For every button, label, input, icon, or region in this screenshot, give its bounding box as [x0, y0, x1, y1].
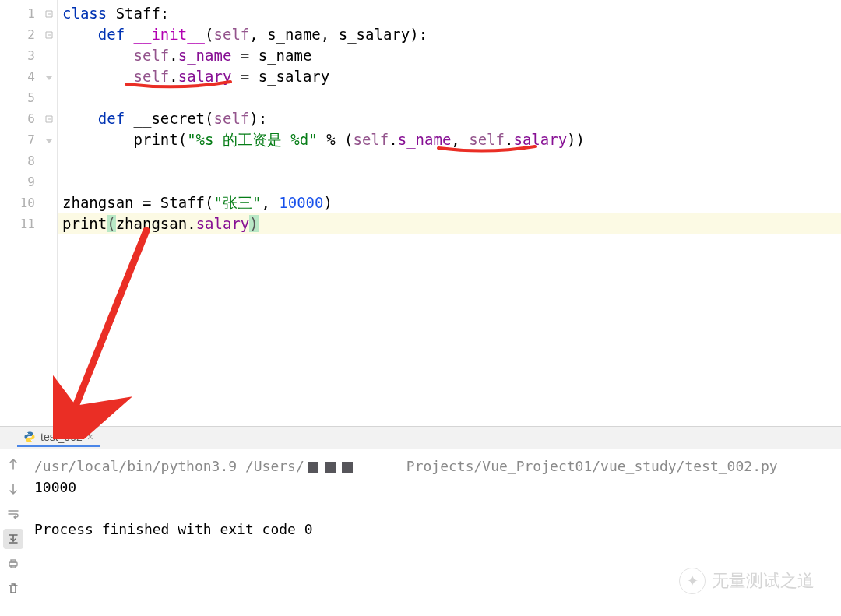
console-stdout: 10000 [34, 479, 76, 495]
line-number: 5 [27, 90, 35, 105]
line-number: 2 [27, 27, 35, 42]
self-param: self [214, 26, 250, 43]
gutter: 1 2 3 4 5 6 7 8 9 10 11 [0, 0, 58, 426]
watermark-text: 无量测试之道 [712, 569, 815, 593]
code-line[interactable]: self.salary = s_salary [58, 66, 841, 87]
code-line[interactable] [58, 87, 841, 108]
run-tab-bar: test_002 × [0, 426, 841, 449]
scroll-up-button[interactable] [3, 454, 23, 474]
code-line[interactable]: def __init__(self, s_name, s_salary): [58, 24, 841, 45]
line-number: 1 [27, 6, 35, 21]
watermark: ✦ 无量测试之道 [679, 568, 815, 594]
redacted-segment [304, 457, 356, 478]
svg-point-1 [31, 440, 32, 441]
keyword: class [62, 5, 107, 22]
line-number: 6 [27, 111, 35, 126]
keyword: def [98, 26, 125, 43]
ide-window: 1 2 3 4 5 6 7 8 9 10 11 class Staff: [0, 0, 841, 616]
code-line[interactable]: class Staff: [58, 3, 841, 24]
code-line[interactable] [58, 150, 841, 171]
run-toolbar [0, 449, 26, 616]
class-name: Staff [116, 5, 160, 22]
function-name: __secret [134, 110, 206, 127]
param: s_salary [339, 26, 410, 43]
string-literal: "张三" [214, 194, 262, 211]
console-exit-message: Process finished with exit code 0 [34, 521, 313, 537]
line-number: 10 [20, 195, 35, 210]
code-line[interactable]: print("%s 的工资是 %d" % (self.s_name, self.… [58, 129, 841, 150]
line-number: 3 [27, 48, 35, 63]
wechat-icon: ✦ [679, 568, 706, 594]
line-number: 8 [27, 153, 35, 168]
fold-end-icon[interactable] [44, 72, 54, 82]
builtin-print: print [134, 131, 178, 148]
code-line[interactable]: self.s_name = s_name [58, 45, 841, 66]
svg-rect-3 [11, 560, 16, 562]
console-command-left: /usr/local/bin/python3.9 /Users/ [34, 458, 304, 474]
code-line-current[interactable]: print(zhangsan.salary) [58, 213, 841, 234]
paren-close: ) [249, 215, 258, 232]
fold-icon[interactable] [44, 9, 54, 19]
builtin-print: print [62, 215, 107, 232]
svg-point-0 [27, 433, 28, 434]
scroll-to-end-button[interactable] [3, 529, 23, 549]
paren-open: ( [107, 215, 115, 232]
code-editor[interactable]: 1 2 3 4 5 6 7 8 9 10 11 class Staff: [0, 0, 841, 426]
line-number: 7 [27, 132, 35, 147]
string-literal: "%s 的工资是 %d" [187, 131, 318, 148]
fold-end-icon[interactable] [44, 136, 54, 145]
code-line[interactable]: zhangsan = Staff("张三", 10000) [58, 192, 841, 213]
function-name: __init__ [134, 26, 206, 43]
run-tab[interactable]: test_002 × [17, 428, 100, 447]
param: s_name [267, 26, 321, 43]
punct: : [160, 5, 169, 22]
line-number: 9 [27, 174, 35, 189]
fold-icon[interactable] [44, 114, 54, 124]
run-tab-label: test_002 [40, 431, 83, 443]
keyword: def [98, 110, 125, 127]
number-literal: 10000 [279, 194, 323, 211]
code-line[interactable]: def __secret(self): [58, 108, 841, 129]
line-number: 11 [20, 216, 35, 231]
attribute: salary [178, 68, 232, 85]
annotation-arrow-icon [53, 227, 178, 439]
soft-wrap-button[interactable] [3, 504, 23, 524]
clear-all-button[interactable] [3, 579, 23, 599]
close-icon[interactable]: × [87, 431, 93, 443]
code-area[interactable]: class Staff: def __init__(self, s_name, … [58, 0, 841, 426]
line-number: 4 [27, 69, 35, 84]
code-line[interactable] [58, 171, 841, 192]
attribute: s_name [178, 47, 232, 64]
print-button[interactable] [3, 554, 23, 574]
scroll-down-button[interactable] [3, 479, 23, 499]
variable: zhangsan [62, 194, 134, 211]
console-command-right: Projects/Vue_Project01/vue_study/test_00… [406, 458, 778, 474]
python-icon [23, 431, 36, 443]
fold-icon[interactable] [44, 30, 54, 40]
